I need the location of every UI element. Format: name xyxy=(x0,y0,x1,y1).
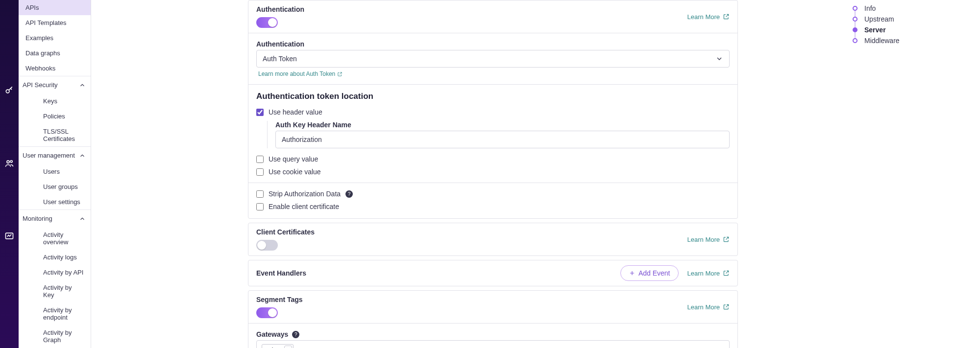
card-title: Event Handlers xyxy=(256,269,306,277)
sidebar-item-activity-by-api[interactable]: Activity by API xyxy=(19,265,91,280)
use-query-input[interactable] xyxy=(256,156,264,163)
nav-dot-icon xyxy=(853,27,858,32)
nav-item-upstream[interactable]: Upstream xyxy=(853,14,970,24)
use-cookie-input[interactable] xyxy=(256,168,264,176)
sidebar-item-tlsssl[interactable]: TLS/SSL Certificates xyxy=(19,124,91,146)
nav-item-server[interactable]: Server xyxy=(853,24,970,35)
learn-more-label: Learn More xyxy=(687,270,720,277)
segment-tags-card: Segment Tags Learn More Gateways ? edge … xyxy=(248,290,738,348)
sidebar-section-label: User management xyxy=(23,152,75,159)
main-content: Authentication Learn More Authentication… xyxy=(91,0,980,348)
sidebar-item-activity-by-key[interactable]: Activity by Key xyxy=(19,280,91,302)
sidebar-item-keys[interactable]: Keys xyxy=(19,93,91,109)
gateways-tag-input[interactable]: edge ✕ xyxy=(256,340,730,348)
help-link-label: Learn more about Auth Token xyxy=(258,70,335,77)
token-location-title: Authentication token location xyxy=(256,92,730,101)
nav-label: Upstream xyxy=(864,15,894,23)
client-cert-checkbox[interactable]: Enable client certificate xyxy=(256,203,730,210)
sidebar-section-label: Monitoring xyxy=(23,215,52,222)
icon-rail xyxy=(0,0,19,348)
sidebar-item-apis[interactable]: APIs xyxy=(19,0,91,15)
card-title: Client Certificates xyxy=(256,228,315,236)
sidebar-section-user-management[interactable]: User management xyxy=(19,146,91,164)
header-name-label: Auth Key Header Name xyxy=(275,121,351,129)
checkbox-label: Enable client certificate xyxy=(269,203,339,210)
event-handlers-card: Event Handlers Add Event Learn More xyxy=(248,260,738,286)
external-link-icon xyxy=(723,303,730,310)
learn-more-link[interactable]: Learn More xyxy=(687,303,730,311)
remove-tag-button[interactable]: ✕ xyxy=(284,346,292,348)
authentication-select[interactable]: Auth Token xyxy=(256,50,730,68)
use-header-input[interactable] xyxy=(256,109,264,116)
key-icon[interactable] xyxy=(2,83,16,97)
nav-item-info[interactable]: Info xyxy=(853,3,970,14)
sidebar-item-activity-by-endpoint[interactable]: Activity by endpoint xyxy=(19,302,91,325)
client-certificates-card: Client Certificates Learn More xyxy=(248,223,738,256)
svg-point-2 xyxy=(10,161,12,162)
plus-icon xyxy=(629,270,636,277)
sidebar-item-policies[interactable]: Policies xyxy=(19,109,91,124)
sidebar: APIs API Templates Examples Data graphs … xyxy=(19,0,91,348)
sidebar-item-data-graphs[interactable]: Data graphs xyxy=(19,46,91,61)
chevron-up-icon xyxy=(79,215,86,222)
auth-token-help-link[interactable]: Learn more about Auth Token xyxy=(258,70,343,77)
strip-auth-checkbox[interactable]: Strip Authorization Data ? xyxy=(256,190,730,198)
add-event-button[interactable]: Add Event xyxy=(620,265,679,281)
auth-select-label: Authentication xyxy=(256,40,304,48)
chevron-up-icon xyxy=(79,82,86,89)
use-cookie-checkbox[interactable]: Use cookie value xyxy=(256,168,730,176)
sidebar-item-webhooks[interactable]: Webhooks xyxy=(19,61,91,76)
use-query-checkbox[interactable]: Use query value xyxy=(256,155,730,163)
external-link-icon xyxy=(723,236,730,243)
nav-dot-icon xyxy=(853,17,858,22)
learn-more-label: Learn More xyxy=(687,236,720,243)
strip-auth-input[interactable] xyxy=(256,190,264,198)
checkbox-label: Strip Authorization Data xyxy=(269,190,341,198)
svg-point-1 xyxy=(7,161,9,163)
learn-more-label: Learn More xyxy=(687,13,720,21)
authentication-card: Authentication Learn More Authentication… xyxy=(248,0,738,219)
checkbox-label: Use header value xyxy=(269,108,322,116)
segment-tags-toggle[interactable] xyxy=(256,307,278,318)
gateways-label: Gateways xyxy=(256,330,288,338)
sidebar-section-label: API Security xyxy=(23,81,58,89)
sidebar-item-user-groups[interactable]: User groups xyxy=(19,179,91,194)
add-event-label: Add Event xyxy=(638,269,670,277)
client-certs-toggle[interactable] xyxy=(256,240,278,251)
users-icon[interactable] xyxy=(2,157,16,170)
nav-dot-icon xyxy=(853,6,858,11)
nav-label: Info xyxy=(864,4,876,12)
info-icon[interactable]: ? xyxy=(292,331,299,338)
sidebar-section-api-security[interactable]: API Security xyxy=(19,76,91,93)
use-header-checkbox[interactable]: Use header value xyxy=(256,108,730,116)
info-icon[interactable]: ? xyxy=(345,190,353,198)
authentication-toggle[interactable] xyxy=(256,17,278,28)
learn-more-link[interactable]: Learn More xyxy=(687,270,730,277)
monitor-icon[interactable] xyxy=(2,229,16,243)
sidebar-item-examples[interactable]: Examples xyxy=(19,30,91,46)
card-title: Segment Tags xyxy=(256,296,303,303)
checkbox-label: Use query value xyxy=(269,155,318,163)
tag-label: edge xyxy=(266,346,280,348)
sidebar-item-users[interactable]: Users xyxy=(19,164,91,179)
nav-dot-icon xyxy=(853,38,858,43)
nav-item-middleware[interactable]: Middleware xyxy=(853,35,970,46)
chevron-down-icon xyxy=(715,55,723,63)
sidebar-item-user-settings[interactable]: User settings xyxy=(19,194,91,209)
learn-more-link[interactable]: Learn More xyxy=(687,236,730,243)
sidebar-item-api-templates[interactable]: API Templates xyxy=(19,15,91,30)
card-title: Authentication xyxy=(256,5,304,13)
auth-selected-value: Auth Token xyxy=(263,55,297,63)
sidebar-item-activity-by-graph[interactable]: Activity by Graph xyxy=(19,325,91,348)
gateway-tag: edge ✕ xyxy=(262,344,294,348)
external-link-icon xyxy=(337,71,343,77)
learn-more-link[interactable]: Learn More xyxy=(687,13,730,21)
client-cert-input[interactable] xyxy=(256,203,264,210)
chevron-down-icon xyxy=(716,346,724,348)
checkbox-label: Use cookie value xyxy=(269,168,321,176)
auth-key-header-name-input[interactable] xyxy=(275,131,730,148)
sidebar-item-activity-overview[interactable]: Activity overview xyxy=(19,227,91,250)
nav-label: Server xyxy=(864,26,886,34)
sidebar-item-activity-logs[interactable]: Activity logs xyxy=(19,250,91,265)
sidebar-section-monitoring[interactable]: Monitoring xyxy=(19,209,91,227)
